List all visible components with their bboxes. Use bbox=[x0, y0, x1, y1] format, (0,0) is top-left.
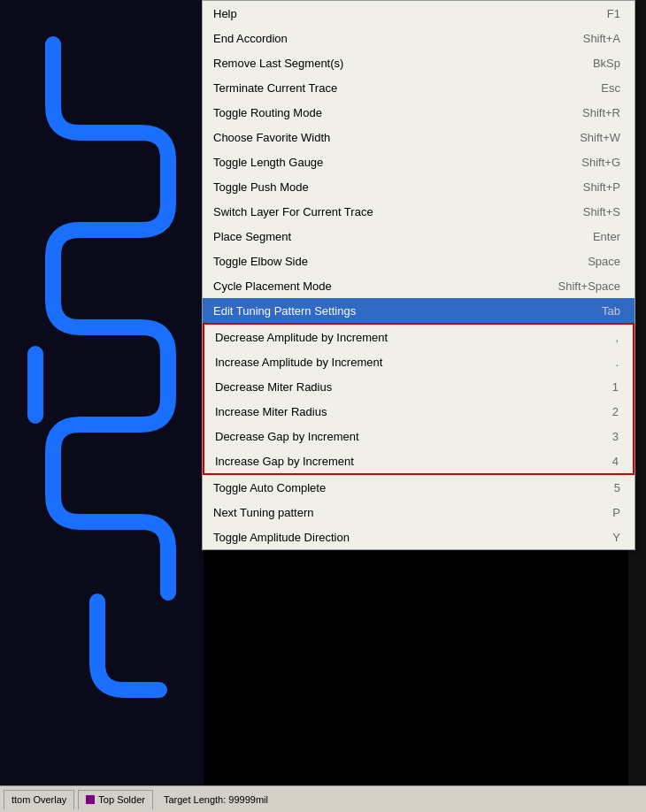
menu-item-decrease-gap[interactable]: Decrease Gap by Increment3 bbox=[204, 424, 633, 448]
menu-item-shortcut-toggle-length-gauge: Shift+G bbox=[581, 156, 620, 169]
menu-item-shortcut-choose-favorite-width: Shift+W bbox=[580, 131, 620, 144]
menu-item-shortcut-toggle-amplitude-direction: Y bbox=[612, 531, 620, 544]
menu-item-label-decrease-miter-radius: Decrease Miter Radius bbox=[215, 380, 332, 394]
menu-item-label-place-segment: Place Segment bbox=[213, 230, 291, 243]
menu-item-shortcut-help: F1 bbox=[607, 7, 620, 20]
menu-item-choose-favorite-width[interactable]: Choose Favorite WidthShift+W bbox=[203, 125, 634, 149]
pcb-background bbox=[0, 0, 204, 812]
bottom-bar: ttom Overlay Top Solder Target Length: 9… bbox=[0, 785, 646, 812]
menu-item-toggle-elbow-side[interactable]: Toggle Elbow SideSpace bbox=[203, 249, 634, 273]
menu-item-label-terminate-current-trace: Terminate Current Trace bbox=[213, 81, 337, 95]
bottom-tab-top-solder-label: Top Solder bbox=[98, 794, 145, 805]
menu-item-toggle-routing-mode[interactable]: Toggle Routing ModeShift+R bbox=[203, 100, 634, 125]
menu-item-shortcut-decrease-miter-radius: 1 bbox=[612, 380, 619, 394]
menu-item-decrease-miter-radius[interactable]: Decrease Miter Radius1 bbox=[204, 374, 633, 399]
menu-item-shortcut-place-segment: Enter bbox=[593, 230, 620, 243]
menu-item-shortcut-increase-amplitude: . bbox=[615, 356, 619, 369]
menu-item-label-toggle-length-gauge: Toggle Length Gauge bbox=[213, 156, 323, 169]
menu-item-shortcut-terminate-current-trace: Esc bbox=[601, 81, 620, 95]
menu-item-label-toggle-push-mode: Toggle Push Mode bbox=[213, 180, 309, 194]
menu-item-shortcut-next-tuning-pattern: P bbox=[612, 506, 620, 519]
menu-item-shortcut-increase-gap: 4 bbox=[612, 455, 619, 468]
menu-item-increase-amplitude[interactable]: Increase Amplitude by Increment. bbox=[204, 349, 633, 374]
menu-item-label-next-tuning-pattern: Next Tuning pattern bbox=[213, 506, 313, 519]
menu-item-shortcut-cycle-placement-mode: Shift+Space bbox=[558, 280, 620, 293]
menu-item-shortcut-decrease-amplitude: , bbox=[615, 331, 619, 344]
menu-item-label-toggle-routing-mode: Toggle Routing Mode bbox=[213, 106, 322, 119]
menu-item-shortcut-edit-tuning-pattern: Tab bbox=[602, 304, 620, 318]
menu-item-toggle-amplitude-direction[interactable]: Toggle Amplitude DirectionY bbox=[203, 525, 634, 549]
pcb-trace-svg bbox=[0, 0, 204, 812]
red-border-section: Decrease Amplitude by Increment,Increase… bbox=[203, 323, 634, 475]
menu-item-label-increase-amplitude: Increase Amplitude by Increment bbox=[215, 356, 382, 369]
menu-item-label-toggle-auto-complete: Toggle Auto Complete bbox=[213, 481, 326, 494]
menu-item-shortcut-toggle-elbow-side: Space bbox=[588, 255, 620, 268]
menu-item-end-accordion[interactable]: End AccordionShift+A bbox=[203, 26, 634, 50]
menu-item-label-choose-favorite-width: Choose Favorite Width bbox=[213, 131, 330, 144]
menu-item-increase-gap[interactable]: Increase Gap by Increment4 bbox=[204, 448, 633, 473]
menu-item-shortcut-toggle-routing-mode: Shift+R bbox=[582, 106, 620, 119]
menu-item-shortcut-remove-last-segment: BkSp bbox=[593, 57, 620, 70]
menu-item-next-tuning-pattern[interactable]: Next Tuning patternP bbox=[203, 500, 634, 525]
menu-item-terminate-current-trace[interactable]: Terminate Current TraceEsc bbox=[203, 75, 634, 100]
menu-item-increase-miter-radius[interactable]: Increase Miter Radius2 bbox=[204, 399, 633, 424]
menu-item-toggle-length-gauge[interactable]: Toggle Length GaugeShift+G bbox=[203, 149, 634, 174]
menu-item-label-decrease-gap: Decrease Gap by Increment bbox=[215, 430, 359, 443]
menu-item-label-help: Help bbox=[213, 7, 237, 20]
menu-item-shortcut-toggle-auto-complete: 5 bbox=[614, 481, 620, 494]
menu-item-label-remove-last-segment: Remove Last Segment(s) bbox=[213, 57, 343, 70]
menu-item-label-toggle-elbow-side: Toggle Elbow Side bbox=[213, 255, 308, 268]
bottom-tab-overlay[interactable]: ttom Overlay bbox=[4, 790, 74, 809]
menu-item-label-end-accordion: End Accordion bbox=[213, 32, 288, 45]
menu-item-shortcut-switch-layer: Shift+S bbox=[583, 205, 620, 218]
menu-item-decrease-amplitude[interactable]: Decrease Amplitude by Increment, bbox=[204, 325, 633, 349]
menu-item-label-increase-gap: Increase Gap by Increment bbox=[215, 455, 354, 468]
menu-item-cycle-placement-mode[interactable]: Cycle Placement ModeShift+Space bbox=[203, 273, 634, 298]
menu-item-remove-last-segment[interactable]: Remove Last Segment(s)BkSp bbox=[203, 50, 634, 75]
menu-item-switch-layer[interactable]: Switch Layer For Current TraceShift+S bbox=[203, 199, 634, 224]
context-menu: HelpF1End AccordionShift+ARemove Last Se… bbox=[202, 0, 635, 550]
tab-color-swatch bbox=[86, 795, 95, 804]
bottom-tab-top-solder[interactable]: Top Solder bbox=[78, 790, 153, 809]
menu-item-shortcut-end-accordion: Shift+A bbox=[583, 32, 620, 45]
menu-item-label-decrease-amplitude: Decrease Amplitude by Increment bbox=[215, 331, 388, 344]
menu-item-label-edit-tuning-pattern: Edit Tuning Pattern Settings bbox=[213, 304, 356, 318]
menu-item-toggle-push-mode[interactable]: Toggle Push ModeShift+P bbox=[203, 174, 634, 199]
menu-item-label-cycle-placement-mode: Cycle Placement Mode bbox=[213, 280, 332, 293]
menu-item-label-increase-miter-radius: Increase Miter Radius bbox=[215, 405, 327, 418]
menu-item-label-switch-layer: Switch Layer For Current Trace bbox=[213, 205, 373, 218]
menu-item-shortcut-toggle-push-mode: Shift+P bbox=[583, 180, 620, 194]
menu-item-place-segment[interactable]: Place SegmentEnter bbox=[203, 224, 634, 249]
menu-item-help[interactable]: HelpF1 bbox=[203, 1, 634, 26]
menu-item-toggle-auto-complete[interactable]: Toggle Auto Complete5 bbox=[203, 475, 634, 500]
menu-item-label-toggle-amplitude-direction: Toggle Amplitude Direction bbox=[213, 531, 350, 544]
menu-item-shortcut-decrease-gap: 3 bbox=[612, 430, 619, 443]
menu-item-shortcut-increase-miter-radius: 2 bbox=[612, 405, 619, 418]
menu-item-edit-tuning-pattern[interactable]: Edit Tuning Pattern SettingsTab bbox=[203, 298, 634, 323]
bottom-tab-overlay-label: ttom Overlay bbox=[12, 794, 66, 805]
bottom-status-text: Target Length: 99999mil bbox=[164, 794, 268, 805]
